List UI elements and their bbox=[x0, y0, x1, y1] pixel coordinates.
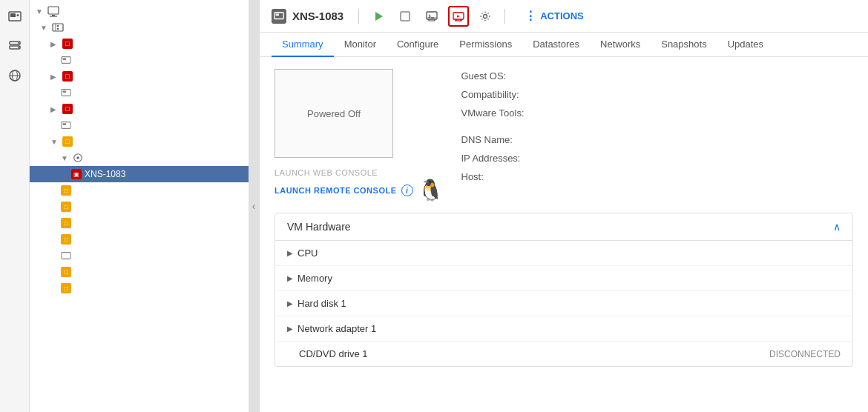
svg-rect-22 bbox=[63, 123, 66, 125]
svg-point-5 bbox=[18, 42, 19, 44]
chevron-icon: ▶ bbox=[50, 40, 59, 48]
collapse-icon: ∧ bbox=[833, 221, 841, 233]
tab-snapshots[interactable]: Snapshots bbox=[651, 33, 717, 57]
topbar-divider bbox=[358, 9, 359, 24]
hw-row-memory[interactable]: ▶ Memory bbox=[275, 266, 852, 291]
datacenter-icon bbox=[52, 21, 64, 33]
open-console-button[interactable] bbox=[421, 6, 442, 27]
spacer bbox=[461, 124, 854, 130]
svg-rect-11 bbox=[52, 15, 55, 16]
vm-status-red-icon: □ bbox=[62, 71, 73, 82]
chevron-icon: ▼ bbox=[50, 138, 59, 146]
stop-button[interactable] bbox=[395, 6, 415, 27]
hw-row-hard-disk[interactable]: ▶ Hard disk 1 bbox=[275, 291, 852, 316]
vm-header-icon bbox=[272, 9, 286, 24]
remote-console-button[interactable] bbox=[448, 6, 469, 27]
cluster-icon bbox=[73, 153, 83, 163]
sidebar-icon-vm[interactable] bbox=[4, 6, 25, 27]
guest-os-label: Guest OS: bbox=[461, 69, 536, 84]
tab-configure[interactable]: Configure bbox=[387, 33, 449, 57]
tree-item-yellow-5[interactable]: □ bbox=[30, 264, 249, 280]
tree-item-yellow-6[interactable]: □ bbox=[30, 280, 249, 296]
dns-row: DNS Name: bbox=[461, 133, 854, 148]
chevron-icon: ▶ bbox=[50, 105, 59, 113]
tree-item-cluster[interactable]: ▼ bbox=[30, 150, 249, 166]
cpu-label: CPU bbox=[297, 247, 318, 259]
topbar-divider-2 bbox=[504, 9, 505, 24]
vm-state-label: Powered Off bbox=[307, 108, 361, 119]
tab-datastores[interactable]: Datastores bbox=[522, 33, 590, 57]
launch-remote-console-link[interactable]: LAUNCH REMOTE CONSOLE bbox=[274, 186, 397, 195]
sidebar-tree: ▼ ▼ ▶ □ bbox=[30, 0, 249, 412]
tree-item-yellow-1[interactable]: □ bbox=[30, 182, 249, 199]
svg-point-6 bbox=[18, 47, 19, 48]
power-on-button[interactable] bbox=[368, 6, 389, 27]
tree-item-vm-sub-1[interactable] bbox=[30, 52, 249, 68]
vm-hardware-header[interactable]: VM Hardware ∧ bbox=[275, 213, 852, 241]
summary-top-section: Powered Off LAUNCH WEB CONSOLE LAUNCH RE… bbox=[274, 69, 853, 201]
tree-item-vm-sub-2[interactable] bbox=[30, 84, 249, 101]
expand-harddisk-icon: ▶ bbox=[287, 299, 293, 308]
info-icon[interactable]: i bbox=[401, 185, 413, 196]
tree-item-plain-1[interactable] bbox=[30, 247, 249, 264]
svg-rect-27 bbox=[276, 13, 279, 16]
vm-icon bbox=[47, 5, 59, 17]
chevron-icon: ▼ bbox=[40, 24, 49, 32]
vm-small-icon bbox=[61, 120, 71, 130]
sidebar-icon-network[interactable] bbox=[4, 65, 25, 86]
vm-status-yellow-icon: □ bbox=[62, 136, 73, 147]
sidebar-collapse-handle[interactable]: ‹ bbox=[249, 0, 259, 412]
svg-rect-15 bbox=[57, 25, 59, 27]
hard-disk-label: Hard disk 1 bbox=[297, 298, 346, 309]
tab-updates[interactable]: Updates bbox=[717, 33, 774, 57]
hw-row-cddvd[interactable]: CD/DVD drive 1 DISCONNECTED bbox=[275, 342, 852, 366]
tree-item-vm-red-3[interactable]: ▶ □ bbox=[30, 101, 249, 117]
sidebar-icon-storage[interactable] bbox=[4, 36, 25, 56]
page-title: XNS-1083 bbox=[292, 10, 343, 22]
linux-logo: 🐧 bbox=[418, 180, 444, 201]
actions-button[interactable]: ⋮ ACTIONS bbox=[517, 6, 591, 26]
tree-item-yellow-4[interactable]: □ bbox=[30, 231, 249, 247]
launch-web-console-link[interactable]: LAUNCH WEB CONSOLE bbox=[274, 168, 444, 177]
tree-item-yellow-2[interactable]: □ bbox=[30, 199, 249, 215]
tree-item-vm-red-2[interactable]: ▶ □ bbox=[30, 68, 249, 84]
host-label: Host: bbox=[461, 170, 536, 185]
tree-item-vm-sub-3[interactable] bbox=[30, 117, 249, 133]
tree-item-xns1083[interactable]: ▣ XNS-1083 bbox=[30, 166, 249, 182]
console-actions: LAUNCH WEB CONSOLE LAUNCH REMOTE CONSOLE… bbox=[274, 168, 444, 201]
vm-status-yellow-icon: □ bbox=[61, 185, 71, 196]
tab-summary[interactable]: Summary bbox=[272, 33, 334, 57]
hw-row-network-adapter[interactable]: ▶ Network adapter 1 bbox=[275, 316, 852, 342]
host-row: Host: bbox=[461, 170, 854, 185]
actions-label: ACTIONS bbox=[540, 10, 584, 21]
tree-item-root[interactable]: ▼ bbox=[30, 3, 249, 19]
chevron-icon: ▼ bbox=[36, 7, 45, 16]
network-adapter-label: Network adapter 1 bbox=[297, 323, 376, 334]
svg-rect-20 bbox=[63, 90, 66, 93]
expand-memory-icon: ▶ bbox=[287, 274, 293, 282]
main-content: XNS-1083 bbox=[260, 0, 868, 412]
tree-item-yellow-3[interactable]: □ bbox=[30, 215, 249, 231]
settings-button[interactable] bbox=[475, 6, 496, 27]
svg-rect-29 bbox=[401, 12, 410, 21]
vm-preview-section: Powered Off LAUNCH WEB CONSOLE LAUNCH RE… bbox=[274, 69, 444, 201]
tab-networks[interactable]: Networks bbox=[590, 33, 651, 57]
vm-status-red-icon: □ bbox=[62, 104, 73, 114]
tree-item-dc[interactable]: ▼ bbox=[30, 19, 249, 36]
tab-permissions[interactable]: Permissions bbox=[449, 33, 522, 57]
compatibility-row: Compatibility: bbox=[461, 87, 854, 103]
hw-row-cpu[interactable]: ▶ CPU bbox=[275, 241, 852, 266]
tree-item-vm-yellow[interactable]: ▼ □ bbox=[30, 133, 249, 150]
vm-plain-icon bbox=[61, 250, 71, 261]
tree-item-vm-red-1[interactable]: ▶ □ bbox=[30, 36, 249, 52]
tab-monitor[interactable]: Monitor bbox=[334, 33, 387, 57]
tab-bar: Summary Monitor Configure Permissions Da… bbox=[260, 33, 868, 57]
svg-rect-25 bbox=[62, 253, 70, 259]
expand-cpu-icon: ▶ bbox=[287, 249, 293, 257]
svg-point-37 bbox=[484, 14, 487, 18]
vmware-tools-row: VMware Tools: bbox=[461, 106, 854, 122]
vm-status-yellow-icon: □ bbox=[61, 267, 71, 277]
sidebar: ▼ ▼ ▶ □ bbox=[0, 0, 260, 412]
svg-point-2 bbox=[16, 14, 19, 16]
vm-status-yellow-icon: □ bbox=[61, 202, 71, 212]
